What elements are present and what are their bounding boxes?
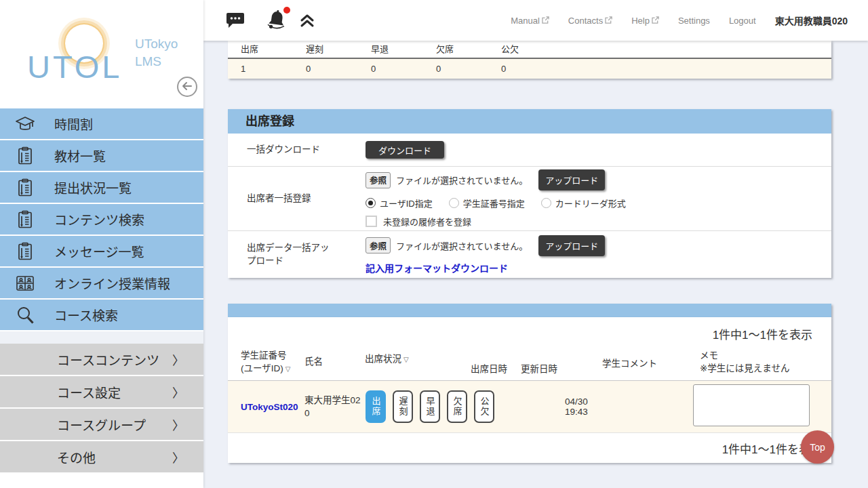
- sidebar-item-materials[interactable]: 教材一覧: [0, 140, 203, 172]
- summary-value: 0: [501, 64, 566, 74]
- pagination-text-bottom: 1件中1〜1件を表示: [228, 433, 831, 463]
- sidebar-item-label: 提出状況一覧: [54, 178, 132, 197]
- sidebar-item-messages[interactable]: メッセージ一覧: [0, 236, 203, 268]
- sidebar-item-label: 教材一覧: [54, 146, 106, 165]
- status-absent-button[interactable]: 欠席: [447, 390, 467, 423]
- radio-student-card-number[interactable]: [449, 198, 459, 208]
- attend-time-header: 出席日時: [471, 344, 521, 380]
- sidebar-item-others[interactable]: その他 〉: [0, 441, 203, 474]
- upload-button[interactable]: アップロード: [538, 235, 605, 256]
- status-early-leave-button[interactable]: 早退: [420, 390, 440, 423]
- format-download-link[interactable]: 記入用フォーマットダウンロード: [366, 261, 605, 274]
- chevron-right-icon: 〉: [172, 415, 184, 433]
- status-present-button[interactable]: 出席: [366, 390, 386, 423]
- sidebar-item-label: メッセージ一覧: [54, 242, 144, 260]
- sidebar-item-label: 時間割: [54, 115, 93, 133]
- settings-link[interactable]: Settings: [678, 16, 710, 26]
- help-link[interactable]: Help: [631, 16, 659, 26]
- chat-icon[interactable]: [226, 12, 245, 29]
- summary-header: 遅刻: [306, 42, 371, 55]
- clipboard-icon: [14, 178, 37, 198]
- sidebar-item-course-settings[interactable]: コース設定 〉: [0, 376, 203, 409]
- manual-link[interactable]: Manual: [511, 16, 549, 26]
- attendance-summary-table: 出席 遅刻 早退 欠席 公欠 1 0 0 0 0: [228, 41, 831, 79]
- bulk-register-row: 出席者一括登録 参照 ファイルが選択されていません。 アップロード ユーザID指…: [228, 167, 831, 231]
- student-id-link[interactable]: UTokyoSt020: [241, 402, 298, 412]
- summary-header: 公欠: [501, 42, 566, 55]
- sidebar-item-timetable[interactable]: 時間割: [0, 108, 203, 140]
- clipboard-icon: [14, 241, 37, 262]
- double-chevron-up-icon[interactable]: [299, 12, 315, 28]
- sidebar-item-label: コース検索: [54, 306, 118, 324]
- sidebar: UTOL UTokyo LMS 時間割 教材一覧 提出状況一覧: [0, 0, 203, 488]
- topbar-links: Manual Contacts Help Settings Logout 東大用…: [511, 14, 868, 27]
- upload-button[interactable]: アップロード: [538, 169, 605, 190]
- status-late-button[interactable]: 遅刻: [393, 390, 413, 423]
- summary-header: 早退: [371, 42, 436, 55]
- update-time-header: 更新日時: [521, 344, 597, 380]
- student-id-header[interactable]: 学生証番号 (ユーザID)▽: [241, 344, 304, 380]
- file-status-text: ファイルが選択されていません。: [396, 239, 528, 252]
- sidebar-item-course-contents[interactable]: コースコンテンツ 〉: [0, 344, 203, 376]
- sidebar-collapse-button[interactable]: [177, 77, 197, 97]
- data-upload-label: 出席データ一括アップロード: [247, 242, 336, 266]
- status-excused-button[interactable]: 公欠: [474, 390, 494, 423]
- notification-badge: [283, 7, 290, 14]
- summary-value: 1: [241, 64, 306, 74]
- bulk-download-label: 一括ダウンロード: [247, 144, 336, 156]
- section-title: 出席登録: [228, 109, 831, 134]
- chevron-right-icon: 〉: [172, 350, 184, 368]
- browse-button[interactable]: 参照: [366, 172, 391, 188]
- clipboard-icon: [14, 209, 37, 230]
- topbar: Manual Contacts Help Settings Logout 東大用…: [203, 0, 868, 41]
- sidebar-item-online-class-info[interactable]: オンライン授業情報: [0, 268, 203, 300]
- summary-value: 0: [306, 64, 371, 74]
- download-button[interactable]: ダウンロード: [366, 141, 444, 159]
- status-header[interactable]: 出席状況▽: [365, 344, 471, 380]
- sidebar-item-course-search[interactable]: コース検索: [0, 300, 203, 331]
- graduation-cap-icon: [14, 114, 37, 134]
- sort-icon: ▽: [403, 356, 409, 363]
- student-name: 東大用学生020: [304, 395, 361, 418]
- sort-icon: ▽: [285, 365, 291, 373]
- summary-value: 0: [436, 64, 501, 74]
- summary-value: 0: [371, 64, 436, 74]
- chevron-right-icon: 〉: [172, 448, 184, 466]
- sidebar-item-label: コンテンツ検索: [54, 210, 144, 228]
- utol-logo: UTOL UTokyo LMS: [0, 0, 203, 75]
- update-time-cell: 04/30 19:43: [521, 396, 597, 417]
- sidebar-item-course-group[interactable]: コースグループ 〉: [0, 409, 203, 441]
- sidebar-item-submission-status[interactable]: 提出状況一覧: [0, 172, 203, 204]
- summary-header: 出席: [241, 42, 306, 55]
- browse-button[interactable]: 参照: [366, 237, 391, 253]
- logo-text: UTOL: [27, 49, 123, 85]
- bulk-register-label: 出席者一括登録: [247, 192, 336, 205]
- data-upload-row: 出席データ一括アップロード 参照 ファイルが選択されていません。 アップロード …: [228, 231, 831, 278]
- user-name: 東大用教職員020: [775, 14, 848, 27]
- student-list-header-bar: [228, 304, 831, 317]
- contacts-link[interactable]: Contacts: [568, 16, 612, 26]
- bulk-download-row: 一括ダウンロード ダウンロード: [228, 134, 831, 167]
- register-unenrolled-checkbox[interactable]: [366, 216, 377, 227]
- chevron-right-icon: 〉: [172, 383, 184, 401]
- back-arrow-icon: [182, 81, 193, 93]
- sidebar-item-content-search[interactable]: コンテンツ検索: [0, 204, 203, 236]
- logout-link[interactable]: Logout: [729, 16, 756, 26]
- logo-subtitle: UTokyo LMS: [135, 35, 178, 70]
- bell-icon[interactable]: [265, 9, 288, 31]
- clipboard-icon: [14, 146, 37, 166]
- attendance-registration-panel: 出席登録 一括ダウンロード ダウンロード 出席者一括登録 参照 ファイルが選択さ…: [228, 109, 831, 278]
- external-link-icon: [542, 16, 549, 26]
- sidebar-item-label: オンライン授業情報: [54, 274, 170, 292]
- radio-user-id[interactable]: [366, 198, 376, 208]
- radio-card-reader[interactable]: [541, 198, 551, 208]
- scroll-to-top-button[interactable]: Top: [801, 430, 834, 464]
- student-table-header: 学生証番号 (ユーザID)▽ 氏名 出席状況▽ 出席日時 更新日時 学生コメント…: [228, 344, 831, 381]
- main-content: 出席 遅刻 早退 欠席 公欠 1 0 0 0 0 出席登録 一括ダウンロード ダ…: [203, 41, 868, 488]
- search-icon: [14, 305, 37, 325]
- name-header: 氏名: [304, 344, 365, 380]
- sidebar-menu: 時間割 教材一覧 提出状況一覧 コンテンツ検索 メッセージ一覧: [0, 108, 203, 474]
- memo-textarea[interactable]: [693, 384, 810, 426]
- summary-header: 欠席: [436, 42, 501, 55]
- summary-value-row: 1 0 0 0 0: [228, 59, 831, 79]
